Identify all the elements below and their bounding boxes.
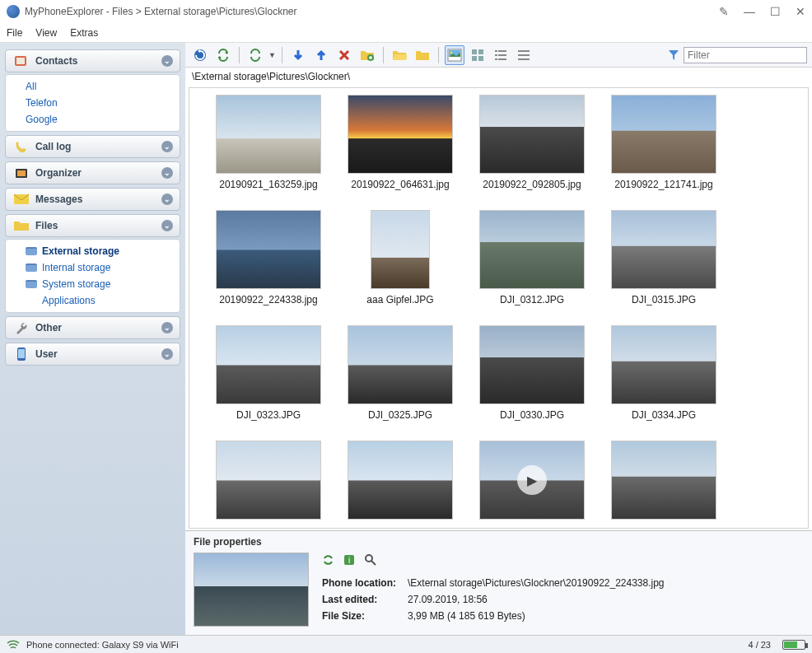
sidebar-header-calllog[interactable]: Call log ⌄ — [5, 135, 180, 158]
file-thumbnail[interactable]: DJI_0330.JPG — [466, 325, 598, 421]
prop-edited-value: 27.09.2019, 18:56 — [408, 592, 674, 607]
sidebar-header-user[interactable]: User ⌄ — [5, 343, 180, 366]
menu-file[interactable]: File — [7, 27, 22, 39]
prop-size-label: File Size: — [322, 609, 406, 623]
file-thumbnail[interactable]: DJI_0323.JPG — [203, 325, 334, 421]
chevron-down-icon: ⌄ — [161, 167, 173, 179]
svg-rect-14 — [472, 56, 477, 61]
file-name-label: aaa Gipfel.JPG — [366, 294, 433, 306]
folder-icon — [12, 218, 30, 233]
file-thumbnail[interactable] — [203, 441, 334, 525]
file-thumbnail[interactable]: 20190922_064631.jpg — [334, 95, 466, 190]
properties-thumbnail — [194, 553, 309, 627]
download-button[interactable] — [288, 45, 308, 65]
organizer-icon — [12, 166, 30, 180]
sidebar-item-telefon[interactable]: Telefon — [6, 95, 180, 111]
file-thumbnail[interactable] — [334, 441, 466, 525]
sidebar-item-internal-storage[interactable]: Internal storage — [6, 259, 180, 276]
file-thumbnail[interactable]: DJI_0334.JPG — [598, 325, 730, 421]
file-thumbnail[interactable]: 20190922_092805.jpg — [466, 95, 598, 190]
sidebar-item-external-storage[interactable]: External storage — [6, 243, 180, 259]
wrench-icon — [12, 320, 30, 335]
prop-search-icon[interactable] — [363, 553, 378, 567]
refresh-button[interactable] — [190, 45, 210, 65]
disk-icon — [26, 264, 37, 272]
svg-rect-6 — [18, 349, 25, 358]
filter-icon[interactable] — [667, 49, 680, 62]
dropdown-arrow[interactable]: ▼ — [268, 51, 276, 59]
path-breadcrumb: \External storage\Pictures\Glockner\ — [185, 68, 812, 86]
file-grid-scroll[interactable]: 20190921_163259.jpg20190922_064631.jpg20… — [189, 87, 809, 529]
file-thumbnail[interactable]: ▶ — [466, 441, 598, 525]
chevron-down-icon: ⌄ — [161, 348, 173, 360]
folder-button[interactable] — [413, 45, 432, 65]
sidebar-header-messages[interactable]: Messages ⌄ — [5, 188, 180, 211]
contacts-icon — [12, 54, 30, 68]
svg-rect-22 — [518, 50, 530, 52]
sidebar-header-contacts[interactable]: Contacts ⌄ — [5, 49, 180, 72]
sync-button[interactable] — [213, 45, 233, 65]
prop-edited-label: Last edited: — [322, 592, 406, 607]
file-thumbnail[interactable]: 20190921_163259.jpg — [203, 95, 334, 190]
svg-rect-16 — [495, 50, 497, 52]
sidebar-item-applications[interactable]: Applications — [6, 292, 180, 309]
chevron-down-icon: ⌄ — [161, 194, 173, 205]
menu-view[interactable]: View — [35, 27, 57, 39]
svg-rect-15 — [478, 56, 483, 61]
file-thumbnail[interactable]: 20190922_224338.jpg — [203, 210, 334, 306]
file-grid: 20190921_163259.jpg20190922_064631.jpg20… — [203, 95, 805, 525]
upload-button[interactable] — [311, 45, 331, 65]
toolbar: ▼ — [185, 43, 812, 68]
svg-rect-12 — [472, 49, 477, 54]
file-thumbnail[interactable] — [598, 441, 730, 525]
delete-button[interactable] — [334, 45, 354, 65]
view-list-button[interactable] — [491, 45, 511, 65]
view-thumbnails-button[interactable] — [445, 45, 464, 65]
prop-info-icon[interactable]: i — [342, 553, 357, 567]
sidebar-item-system-storage[interactable]: System storage — [6, 276, 180, 292]
phone-device-icon — [12, 347, 30, 361]
sync2-button[interactable] — [245, 45, 265, 65]
sidebar-header-organizer[interactable]: Organizer ⌄ — [5, 161, 180, 184]
view-tiles-button[interactable] — [468, 45, 488, 65]
chevron-down-icon: ⌄ — [161, 141, 173, 152]
file-thumbnail[interactable]: DJI_0312.JPG — [466, 210, 598, 306]
sidebar-item-all[interactable]: All — [6, 78, 180, 95]
maximize-button[interactable]: ☐ — [770, 5, 781, 18]
file-name-label: 20190921_163259.jpg — [219, 179, 317, 190]
minimize-button[interactable]: — — [744, 5, 755, 18]
svg-rect-18 — [495, 54, 497, 56]
file-thumbnail[interactable]: aaa Gipfel.JPG — [334, 210, 466, 306]
svg-rect-19 — [498, 54, 506, 56]
sidebar: Contacts ⌄ All Telefon Google Call log ⌄… — [0, 43, 185, 635]
menu-extras[interactable]: Extras — [70, 27, 98, 39]
sidebar-header-other[interactable]: Other ⌄ — [5, 316, 180, 339]
menubar: File View Extras — [0, 23, 812, 43]
new-folder-button[interactable] — [357, 45, 377, 65]
prop-refresh-icon[interactable] — [320, 553, 335, 567]
prop-location-value: \External storage\Pictures\Glockner\2019… — [408, 576, 674, 590]
file-name-label: DJI_0325.JPG — [368, 409, 432, 421]
folder-open-button[interactable] — [390, 45, 409, 65]
prop-size-value: 3,99 MB (4 185 619 Bytes) — [408, 609, 674, 623]
close-button[interactable]: ✕ — [796, 5, 805, 18]
filter-input[interactable] — [684, 47, 807, 63]
properties-title: File properties — [194, 536, 804, 548]
svg-rect-13 — [478, 49, 483, 54]
svg-rect-23 — [518, 54, 530, 56]
file-name-label: DJI_0330.JPG — [500, 409, 564, 421]
chevron-down-icon: ⌄ — [161, 322, 173, 333]
file-name-label: 20190922_064631.jpg — [351, 179, 449, 190]
view-details-button[interactable] — [514, 45, 534, 65]
file-name-label: DJI_0315.JPG — [632, 294, 696, 306]
sidebar-header-files[interactable]: Files ⌄ — [5, 214, 180, 237]
svg-rect-1 — [16, 58, 25, 64]
svg-rect-17 — [498, 50, 506, 52]
file-thumbnail[interactable]: DJI_0315.JPG — [598, 210, 730, 306]
file-thumbnail[interactable]: 20190922_121741.jpg — [598, 95, 730, 190]
statusbar: Phone connected: Galaxy S9 via WiFi 4 / … — [0, 635, 812, 653]
edit-icon[interactable]: ✎ — [719, 5, 729, 18]
phone-icon — [12, 139, 30, 154]
sidebar-item-google[interactable]: Google — [6, 111, 180, 128]
file-thumbnail[interactable]: DJI_0325.JPG — [334, 325, 466, 421]
